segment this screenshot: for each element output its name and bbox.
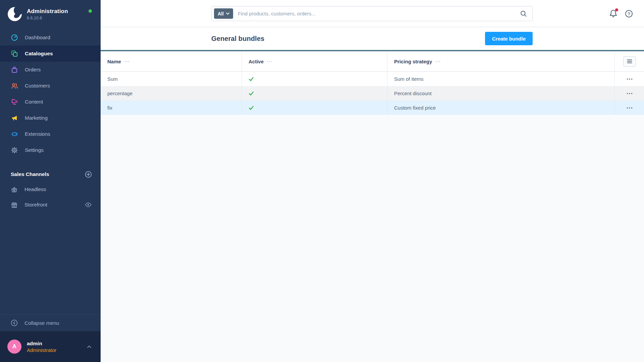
column-label: Active [249, 59, 264, 64]
cell-name: percentage [101, 86, 242, 101]
cell-pricing-strategy: Percent discount [387, 86, 615, 101]
sidebar-item-headless[interactable]: Headless [0, 182, 101, 197]
user-menu[interactable]: A admin Administrator [0, 331, 101, 362]
dashboard-icon [11, 34, 18, 41]
check-icon [249, 91, 254, 96]
sidebar-item-label: Extensions [25, 131, 50, 137]
column-options-icon[interactable] [435, 61, 440, 62]
column-header-active[interactable]: Active [242, 51, 387, 71]
search-scope-dropdown[interactable]: All [214, 8, 233, 19]
notifications-bell-icon[interactable] [609, 9, 618, 18]
page-title: General bundles [211, 27, 264, 50]
sidebar-item-orders[interactable]: Orders [0, 62, 101, 78]
sales-channels-header: Sales Channels [11, 171, 49, 177]
table-row[interactable]: percentage Percent discount [101, 86, 644, 101]
basket-icon [11, 186, 18, 193]
column-header-pricing-strategy[interactable]: Pricing strategy [387, 51, 615, 71]
search-icon[interactable] [520, 10, 527, 17]
cell-name: fix [101, 101, 242, 115]
context-menu-button[interactable] [625, 76, 634, 82]
eye-icon[interactable] [85, 201, 92, 208]
check-icon [249, 105, 254, 110]
extensions-icon [11, 130, 18, 138]
global-search: All [211, 6, 533, 21]
sidebar-item-content[interactable]: Content [0, 94, 101, 110]
sidebar-item-label: Customers [25, 83, 50, 89]
create-bundle-button[interactable]: Create bundle [485, 32, 533, 45]
chevron-up-icon [87, 345, 92, 349]
settings-icon [11, 146, 18, 154]
collapse-icon [11, 319, 18, 326]
cell-pricing-strategy: Custom fixed price [387, 101, 615, 115]
column-header-name[interactable]: Name [101, 51, 242, 71]
data-grid: Name Active Pricing strategy [101, 50, 644, 115]
topbar: All ? [101, 0, 644, 27]
storefront-icon [11, 201, 18, 208]
cell-actions [615, 86, 644, 101]
cell-active [242, 72, 387, 86]
context-menu-button[interactable] [625, 91, 634, 96]
notification-dot [615, 8, 618, 11]
context-menu-button[interactable] [625, 105, 634, 111]
sidebar-item-label: Orders [25, 67, 41, 73]
cell-active [242, 86, 387, 101]
cell-actions [615, 72, 644, 86]
catalogues-icon [11, 50, 18, 57]
sidebar-item-label: Settings [25, 147, 44, 153]
svg-text:?: ? [628, 11, 630, 16]
grid-header: Name Active Pricing strategy [101, 51, 644, 72]
user-role: Administrator [27, 347, 56, 353]
app-version: 6.6.10.6 [27, 16, 68, 20]
help-icon[interactable]: ? [625, 9, 633, 18]
search-scope-label: All [218, 11, 224, 16]
check-icon [249, 76, 254, 81]
topbar-actions: ? [609, 0, 633, 27]
sales-channel-label: Headless [24, 186, 46, 192]
sidebar-item-dashboard[interactable]: Dashboard [0, 29, 101, 46]
collapse-menu-label: Collapse menu [24, 320, 59, 326]
sidebar-item-customers[interactable]: Customers [0, 78, 101, 94]
cell-pricing-strategy: Sum of items [387, 72, 615, 86]
sidebar-item-label: Content [25, 99, 43, 105]
sidebar-item-storefront[interactable]: Storefront [0, 197, 101, 213]
grid-settings-button[interactable] [623, 56, 636, 67]
column-options-icon[interactable] [267, 61, 272, 62]
sidebar-item-marketing[interactable]: Marketing [0, 110, 101, 126]
column-options-icon[interactable] [124, 61, 129, 62]
cell-active [242, 101, 387, 115]
user-name: admin [27, 341, 56, 347]
smart-bar: General bundles Create bundle [101, 27, 644, 50]
sidebar: Administration 6.6.10.6 Dashboard Catalo… [0, 0, 101, 362]
content-icon [11, 98, 18, 106]
cell-name: Sum [101, 72, 242, 86]
sidebar-item-catalogues[interactable]: Catalogues [0, 46, 101, 62]
table-row[interactable]: fix Custom fixed price [101, 101, 644, 115]
column-label: Name [107, 59, 121, 64]
collapse-menu-button[interactable]: Collapse menu [0, 314, 101, 331]
chevron-down-icon [226, 12, 229, 15]
main-menu: Dashboard Catalogues Orders [0, 29, 101, 158]
sidebar-item-label: Catalogues [25, 51, 53, 57]
sales-channels-section: Sales Channels Headless [0, 167, 101, 213]
sidebar-item-extensions[interactable]: Extensions [0, 126, 101, 142]
column-label: Pricing strategy [394, 59, 432, 64]
sidebar-item-label: Dashboard [25, 35, 50, 41]
sidebar-item-settings[interactable]: Settings [0, 142, 101, 158]
sidebar-header: Administration 6.6.10.6 [0, 0, 101, 26]
orders-icon [11, 66, 18, 73]
app-title: Administration [27, 8, 68, 15]
sales-channel-label: Storefront [24, 202, 47, 208]
shopware-logo-icon [7, 7, 22, 21]
sidebar-item-label: Marketing [25, 115, 48, 121]
add-sales-channel-button[interactable] [85, 171, 92, 178]
customers-icon [11, 82, 18, 89]
online-status-dot [89, 9, 92, 13]
grid-settings-cell [615, 51, 644, 71]
marketing-icon [11, 114, 18, 122]
table-row[interactable]: Sum Sum of items [101, 72, 644, 86]
content-area: Name Active Pricing strategy [101, 50, 644, 362]
avatar: A [7, 340, 21, 354]
cell-actions [615, 101, 644, 115]
search-input[interactable] [233, 11, 520, 16]
